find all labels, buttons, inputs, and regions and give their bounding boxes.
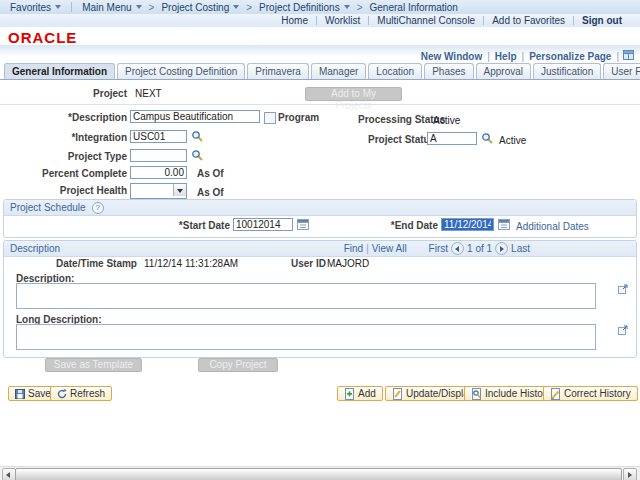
tab-manager[interactable]: Manager — [311, 63, 366, 79]
additional-dates-link[interactable]: Additional Dates — [516, 221, 589, 232]
end-date-input[interactable] — [441, 218, 494, 231]
description-section: Description Find | View All First 1 of 1… — [3, 240, 637, 358]
breadcrumb-separator — [243, 2, 255, 13]
breadcrumb-item-project-definitions[interactable]: Project Definitions — [255, 2, 354, 13]
next-row-icon[interactable] — [495, 242, 508, 255]
description-title: Description — [10, 243, 344, 254]
last-label[interactable]: Last — [511, 243, 530, 254]
new-window-link[interactable]: New Window — [416, 51, 488, 62]
start-date-input[interactable] — [233, 218, 293, 231]
sign-out-link[interactable]: Sign out — [574, 15, 630, 26]
project-health-label: Project Health — [0, 185, 127, 196]
tab-user-fields[interactable]: User Fields — [603, 63, 640, 79]
start-date-calendar-icon[interactable] — [297, 218, 309, 230]
project-type-input[interactable] — [130, 149, 187, 162]
home-link[interactable]: Home — [273, 15, 316, 26]
oracle-logo: ORACLE — [8, 29, 77, 46]
divider: | — [616, 51, 619, 62]
add-to-my-projects-button[interactable]: Add to My Projects — [305, 87, 402, 101]
update-display-icon — [392, 388, 403, 400]
percent-complete-label: Percent Complete — [0, 168, 127, 179]
datetime-stamp-label: Date/Time Stamp — [56, 258, 137, 269]
tab-general-information[interactable]: General Information — [4, 63, 115, 79]
personalize-layout-icon[interactable] — [623, 50, 634, 62]
description-input[interactable] — [130, 110, 260, 123]
help-icon[interactable] — [92, 202, 104, 214]
breadcrumb-separator — [354, 2, 366, 13]
expand-textarea-icon[interactable] — [618, 284, 628, 294]
description-header: Description Find | View All First 1 of 1… — [4, 241, 636, 257]
project-value: NEXT — [135, 88, 162, 99]
tab-location[interactable]: Location — [368, 63, 422, 79]
description-textarea[interactable] — [16, 283, 596, 309]
long-description-textarea[interactable] — [16, 324, 596, 350]
project-type-label: Project Type — [0, 151, 127, 162]
previous-row-icon[interactable] — [451, 242, 464, 255]
divider — [71, 2, 72, 12]
first-label[interactable]: First — [429, 243, 448, 254]
correct-history-button[interactable]: Correct History — [543, 386, 638, 401]
scrollbar-thumb[interactable] — [15, 468, 622, 480]
tab-project-costing-definition[interactable]: Project Costing Definition — [117, 63, 245, 79]
copy-project-button[interactable]: Copy Project — [198, 358, 278, 372]
chevron-down-icon — [233, 5, 239, 9]
add-to-favorites-link[interactable]: Add to Favorites — [484, 15, 573, 26]
tab-bar: General Information Project Costing Defi… — [0, 62, 640, 80]
chevron-down-icon — [136, 5, 142, 9]
project-status-input[interactable] — [427, 132, 477, 145]
multichannel-console-link[interactable]: MultiChannel Console — [369, 15, 483, 26]
project-status-lookup-icon[interactable] — [481, 132, 494, 145]
pagebar: New Window | Help | Personalize Page | — [0, 45, 640, 62]
as-of-label: As Of — [197, 168, 224, 179]
breadcrumb-item-project-costing[interactable]: Project Costing — [157, 2, 243, 13]
include-history-icon — [471, 388, 482, 400]
help-link[interactable]: Help — [490, 51, 522, 62]
scroll-right-button[interactable] — [623, 468, 637, 480]
program-checkbox[interactable] — [264, 112, 276, 124]
end-date-calendar-icon[interactable] — [498, 218, 510, 230]
refresh-button-label: Refresh — [70, 388, 105, 399]
program-label: Program — [278, 112, 319, 123]
personalize-page-link[interactable]: Personalize Page — [524, 51, 616, 62]
main-menu[interactable]: Main Menu — [78, 2, 145, 13]
add-icon — [344, 388, 355, 400]
tab-justification[interactable]: Justification — [533, 63, 601, 79]
project-schedule-title: Project Schedule — [10, 202, 86, 213]
breadcrumb: Favorites Main Menu Project Costing Proj… — [0, 0, 640, 15]
datetime-stamp-value: 11/12/14 11:31:28AM — [144, 258, 238, 269]
favorites-menu[interactable]: Favorites — [6, 2, 65, 13]
scroll-left-button[interactable] — [2, 468, 16, 480]
save-icon — [15, 389, 25, 399]
end-date-label: *End Date — [364, 220, 438, 231]
project-status-text: Active — [499, 135, 526, 146]
add-button[interactable]: Add — [337, 386, 383, 401]
tab-approval[interactable]: Approval — [476, 63, 531, 79]
peoplesoft-window: Favorites Main Menu Project Costing Proj… — [0, 0, 640, 480]
processing-status-value: Active — [433, 115, 460, 126]
integration-lookup-icon[interactable] — [191, 130, 204, 143]
save-as-template-button[interactable]: Save as Template — [45, 358, 142, 372]
tab-phases[interactable]: Phases — [424, 63, 473, 79]
expand-textarea-icon[interactable] — [618, 325, 628, 335]
breadcrumb-item-general-information: General Information — [366, 2, 462, 13]
find-link[interactable]: Find — [344, 243, 363, 254]
correct-history-icon — [550, 388, 561, 400]
project-health-dropdown[interactable] — [130, 183, 187, 199]
chevron-down-icon — [344, 5, 350, 9]
add-button-label: Add — [358, 388, 376, 399]
worklist-link[interactable]: Worklist — [317, 15, 368, 26]
user-id-label: User ID — [291, 258, 326, 269]
favorites-label: Favorites — [10, 2, 51, 13]
divider: | — [363, 243, 372, 254]
percent-complete-input[interactable] — [130, 166, 187, 179]
horizontal-scrollbar[interactable] — [0, 466, 640, 480]
integration-input[interactable] — [130, 130, 187, 143]
view-all-link[interactable]: View All — [372, 243, 407, 254]
start-date-label: *Start Date — [84, 220, 230, 231]
project-schedule-section: Project Schedule *Start Date *End Date A… — [3, 199, 637, 238]
project-type-lookup-icon[interactable] — [191, 149, 204, 162]
tab-primavera[interactable]: Primavera — [247, 63, 309, 79]
row-count: 1 of 1 — [467, 243, 492, 254]
refresh-button[interactable]: Refresh — [50, 386, 112, 401]
portal-links: Home Worklist MultiChannel Console Add t… — [0, 14, 640, 27]
